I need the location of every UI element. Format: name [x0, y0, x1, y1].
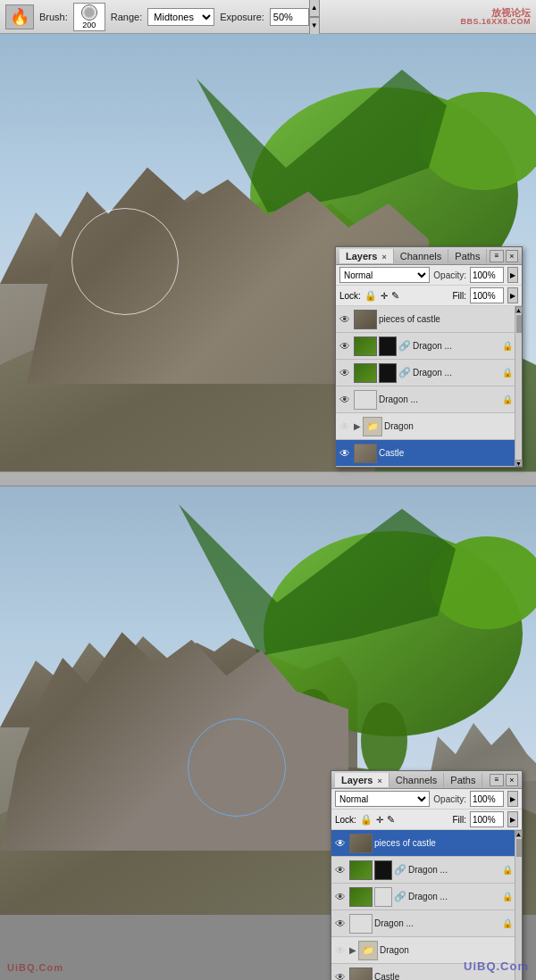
- eye-icon-pieces-b[interactable]: 👁: [333, 836, 348, 851]
- layer-row-dragon-group[interactable]: 👁 ▶ 📁 Dragon: [336, 413, 515, 440]
- svg-rect-19: [213, 674, 223, 693]
- layer-row-dragon1[interactable]: 👁 🔗 Dragon ... 🔒: [336, 333, 515, 360]
- layer-row-castle[interactable]: 👁 Castle: [336, 440, 515, 467]
- layer-thumb-castle: [354, 444, 377, 463]
- blend-mode-select-top[interactable]: Normal: [339, 267, 430, 283]
- range-select[interactable]: Midtones Shadows Highlights: [147, 8, 214, 26]
- fill-value-bottom[interactable]: 100%: [470, 811, 504, 827]
- scroll-up-bottom[interactable]: ▲: [515, 830, 523, 837]
- svg-rect-20: [229, 674, 239, 693]
- chain-dragon2: 🔗: [398, 367, 411, 378]
- scroll-up-top[interactable]: ▲: [515, 306, 523, 313]
- panel-tabs-bottom: Layers × Channels Paths: [335, 773, 482, 787]
- panel-close-btn-bottom[interactable]: ×: [506, 774, 518, 786]
- scroll-thumb-bottom[interactable]: [516, 839, 522, 857]
- tab-paths-bottom[interactable]: Paths: [444, 773, 482, 787]
- lock-icon-top[interactable]: 🔒: [364, 290, 377, 302]
- lock-dragon2a: 🔒: [502, 865, 513, 875]
- tab-channels-bottom[interactable]: Channels: [389, 773, 444, 787]
- fill-value-top[interactable]: 100%: [470, 287, 504, 303]
- eye-icon-dragon2a[interactable]: 👁: [333, 863, 348, 877]
- move-icon-top[interactable]: ✛: [381, 291, 388, 301]
- eye-icon-dragon2c[interactable]: 👁: [333, 917, 348, 931]
- layer-thumb-dragon2: [354, 363, 377, 383]
- lock-icon-bottom[interactable]: 🔒: [360, 814, 373, 826]
- tab-layers-top[interactable]: Layers ×: [339, 249, 394, 263]
- scroll-down-top[interactable]: ▼: [515, 460, 523, 467]
- group-arrow-bottom[interactable]: ▶: [349, 945, 356, 955]
- layer-name-pieces: pieces of castle: [379, 314, 513, 324]
- svg-point-25: [264, 531, 523, 736]
- svg-marker-3: [0, 186, 375, 284]
- lock-label-bottom: Lock:: [335, 815, 356, 825]
- fill-arrow-bottom[interactable]: ▶: [507, 811, 518, 827]
- opacity-arrow-top[interactable]: ▶: [507, 267, 518, 283]
- lock-dragon3: 🔒: [502, 394, 513, 404]
- eye-icon-pieces[interactable]: 👁: [338, 312, 352, 327]
- layers-panel-top: Layers × Channels Paths ≡ × Normal Opaci…: [335, 246, 523, 468]
- opacity-value-top[interactable]: 100%: [470, 267, 504, 283]
- lock-dragon2b: 🔒: [502, 892, 513, 901]
- layers-list-top: 👁 pieces of castle 👁 🔗 Dragon ... 🔒 👁: [336, 306, 515, 467]
- layer-row-dragon2[interactable]: 👁 🔗 Dragon ... 🔒: [336, 360, 515, 386]
- eye-icon-dragon3[interactable]: 👁: [338, 393, 352, 407]
- layer-row-dragon2b[interactable]: 👁 🔗 Dragon ... 🔒: [331, 884, 515, 910]
- lock-dragon2: 🔒: [502, 368, 513, 378]
- eye-icon-castle[interactable]: 👁: [338, 446, 352, 461]
- range-label: Range:: [111, 12, 142, 22]
- layer-row-pieces-b[interactable]: 👁 pieces of castle: [331, 830, 515, 857]
- blend-mode-row-bottom: Normal Opacity: 100% ▶: [331, 789, 522, 810]
- panel-scrollbar-top[interactable]: ▲ ▼: [515, 306, 522, 467]
- tool-icon[interactable]: 🔥: [5, 4, 34, 29]
- panel-menu-btn-bottom[interactable]: ≡: [490, 774, 504, 786]
- layer-thumb-pieces-b: [349, 834, 373, 853]
- svg-rect-23: [121, 761, 158, 804]
- scroll-thumb-top[interactable]: [516, 315, 522, 333]
- eye-icon-dragon2b[interactable]: 👁: [333, 890, 348, 904]
- blend-mode-select-bottom[interactable]: Normal: [335, 791, 430, 807]
- lock-dragon1: 🔒: [502, 341, 513, 351]
- layer-thumb-pieces: [354, 310, 377, 329]
- opacity-arrow-bottom[interactable]: ▶: [507, 791, 518, 807]
- exposure-up-btn[interactable]: ▲: [309, 0, 320, 17]
- layer-name-dragon2b: Dragon ...: [408, 892, 500, 901]
- move-icon-bottom[interactable]: ✛: [376, 815, 383, 825]
- opacity-label-top: Opacity:: [433, 270, 466, 280]
- layer-name-dragon1: Dragon ...: [413, 341, 500, 351]
- panel-scrollbar-bottom[interactable]: ▲ ▼: [515, 830, 522, 980]
- lock-row-bottom: Lock: 🔒 ✛ ✎ Fill: 100% ▶: [331, 810, 522, 830]
- panel-divider: [0, 471, 536, 486]
- tab-paths-top[interactable]: Paths: [448, 249, 487, 263]
- exposure-down-btn[interactable]: ▼: [309, 17, 320, 35]
- layer-row-dragon2a[interactable]: 👁 🔗 Dragon ... 🔒: [331, 857, 515, 884]
- brush-icon-top[interactable]: ✎: [391, 290, 399, 302]
- eye-icon-dragon1[interactable]: 👁: [338, 339, 352, 353]
- toolbar: 🔥 Brush: 200 Range: Midtones Shadows Hig…: [0, 0, 536, 34]
- panel-close-btn-top[interactable]: ×: [506, 250, 518, 262]
- layer-row-dragon2c[interactable]: 👁 Dragon ... 🔒: [331, 910, 515, 937]
- eye-icon-dragon-group[interactable]: 👁: [338, 419, 352, 434]
- svg-rect-15: [0, 727, 357, 915]
- layer-row-dragon3[interactable]: 👁 Dragon ... 🔒: [336, 386, 515, 413]
- panel-titlebar-bottom: Layers × Channels Paths ≡ ×: [331, 771, 522, 789]
- exposure-value: 50%: [270, 8, 309, 26]
- eye-icon-dragon-group2[interactable]: 👁: [333, 943, 348, 958]
- opacity-value-bottom[interactable]: 100%: [470, 791, 504, 807]
- fill-arrow-top[interactable]: ▶: [507, 287, 518, 303]
- brush-icon-bottom[interactable]: ✎: [387, 814, 395, 826]
- group-arrow-top[interactable]: ▶: [354, 421, 361, 431]
- opacity-label-bottom: Opacity:: [433, 794, 466, 804]
- tab-layers-bottom[interactable]: Layers ×: [335, 773, 389, 787]
- brush-preview: [81, 4, 97, 21]
- svg-point-28: [288, 689, 338, 775]
- layer-thumb-dragon-group: 📁: [363, 417, 382, 436]
- eye-icon-castle2[interactable]: 👁: [333, 970, 348, 981]
- tab-channels-top[interactable]: Channels: [394, 249, 448, 263]
- eye-icon-dragon2[interactable]: 👁: [338, 366, 352, 380]
- brush-size-value: 200: [82, 21, 96, 29]
- watermark-bottom-right: UiBQ.Com: [464, 959, 529, 973]
- layer-row-pieces[interactable]: 👁 pieces of castle: [336, 306, 515, 333]
- watermark-sub: BBS.16XX8.COM: [460, 18, 531, 27]
- svg-point-26: [429, 536, 536, 629]
- panel-menu-btn-top[interactable]: ≡: [490, 250, 504, 262]
